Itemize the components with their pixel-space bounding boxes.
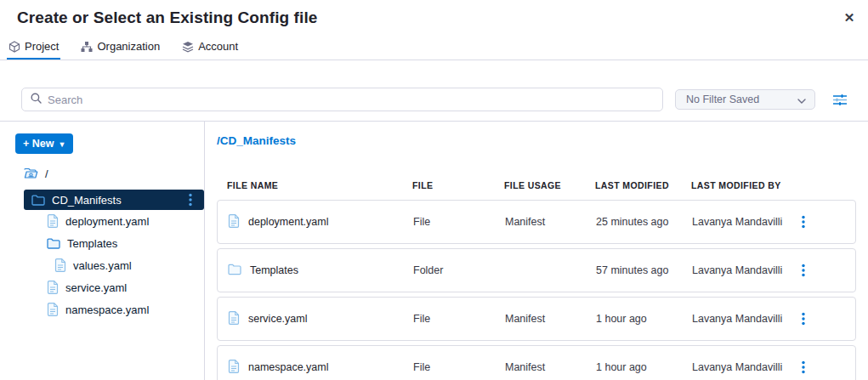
- tab-account[interactable]: Account: [180, 37, 240, 60]
- last-modified-by: Lavanya Mandavilli: [692, 216, 794, 228]
- search-icon: [31, 92, 42, 107]
- breadcrumb[interactable]: /CD_Manifests: [217, 134, 296, 148]
- file-type: File: [413, 361, 505, 373]
- file-name: service.yaml: [248, 313, 307, 325]
- file-name: deployment.yaml: [248, 216, 329, 228]
- tree-item-label: values.yaml: [73, 259, 132, 272]
- search-input[interactable]: [48, 94, 654, 106]
- dialog-title: Create or Select an Existing Config file: [17, 9, 851, 27]
- kebab-menu-icon[interactable]: [794, 356, 813, 378]
- tree-item-templates[interactable]: Templates: [0, 232, 204, 254]
- file-table-panel: /CD_Manifests FILE NAMEFILEFILE USAGELAS…: [205, 122, 868, 380]
- file-type: Folder: [413, 264, 505, 276]
- last-modified-by: Lavanya Mandavilli: [692, 313, 794, 325]
- table-row[interactable]: TemplatesFolder57 minutes agoLavanya Man…: [217, 248, 856, 292]
- saved-filter-value: No Filter Saved: [686, 94, 759, 105]
- config-file-dialog: Create or Select an Existing Config file…: [0, 0, 868, 380]
- last-modified: 57 minutes ago: [596, 264, 692, 276]
- file-icon: [54, 258, 66, 272]
- tree-item-deployment-yaml[interactable]: deployment.yaml: [0, 210, 204, 232]
- tree-item-label: /: [45, 167, 48, 180]
- file-type: File: [413, 216, 505, 228]
- tab-label: Project: [25, 40, 59, 53]
- tree-item-label: Templates: [67, 237, 117, 250]
- folder-icon: [47, 238, 60, 249]
- file-usage: Manifest: [505, 216, 596, 228]
- chevron-down-icon: ▼: [58, 140, 65, 149]
- column-header: LAST MODIFIED BY: [691, 180, 793, 190]
- last-modified-by: Lavanya Mandavilli: [692, 361, 794, 373]
- tree-item-cd-manifests[interactable]: CD_Manifests: [24, 190, 204, 210]
- toolbar-wrap: No Filter Saved: [0, 60, 868, 122]
- dialog-content: + New ▼ /CD_Manifestsdeployment.yamlTemp…: [0, 122, 868, 380]
- last-modified: 1 hour ago: [596, 313, 692, 325]
- file-tree: /CD_Manifestsdeployment.yamlTemplatesval…: [0, 162, 204, 320]
- open-folder-icon: [24, 167, 38, 179]
- tree-item-values-yaml[interactable]: values.yaml: [0, 254, 204, 276]
- kebab-menu-icon[interactable]: [794, 259, 813, 281]
- file-icon: [228, 311, 240, 327]
- file-icon: [228, 214, 240, 230]
- file-icon: [47, 281, 59, 294]
- kebab-menu-icon[interactable]: [794, 308, 813, 330]
- column-header: FILE: [412, 180, 504, 190]
- search-box[interactable]: [21, 88, 663, 111]
- table-row[interactable]: deployment.yamlFileManifest25 minutes ag…: [217, 200, 856, 244]
- chevron-down-icon: [797, 92, 806, 107]
- tree-item-namespace-yaml[interactable]: namespace.yaml: [0, 298, 204, 320]
- tab-label: Organization: [97, 40, 160, 53]
- folder-icon: [31, 195, 45, 206]
- file-icon: [47, 214, 59, 228]
- tab-bar: ProjectOrganizationAccount: [0, 37, 868, 60]
- last-modified: 1 hour ago: [596, 361, 692, 373]
- table-row[interactable]: service.yamlFileManifest1 hour agoLavany…: [217, 297, 856, 341]
- close-icon[interactable]: ✕: [841, 9, 858, 26]
- column-header: LAST MODIFIED: [595, 180, 691, 190]
- tab-organization[interactable]: Organization: [79, 37, 162, 60]
- new-button[interactable]: + New ▼: [15, 133, 73, 154]
- tree-item-label: namespace.yaml: [65, 303, 149, 316]
- tree-item-[interactable]: /: [0, 162, 204, 184]
- file-name: namespace.yaml: [248, 361, 329, 373]
- tree-item-label: service.yaml: [65, 281, 127, 294]
- sliders-filter-icon[interactable]: [829, 88, 851, 111]
- file-icon: [228, 360, 240, 376]
- file-tree-sidebar: + New ▼ /CD_Manifestsdeployment.yamlTemp…: [0, 122, 205, 380]
- tab-project[interactable]: Project: [7, 37, 60, 60]
- file-usage: Manifest: [505, 361, 596, 373]
- table-row[interactable]: namespace.yamlFileManifest1 hour agoLava…: [217, 345, 856, 380]
- column-header: FILE USAGE: [504, 180, 595, 190]
- table-rows: deployment.yamlFileManifest25 minutes ag…: [217, 200, 856, 380]
- folder-icon: [228, 264, 241, 278]
- last-modified: 25 minutes ago: [596, 216, 692, 228]
- file-usage: Manifest: [505, 313, 596, 325]
- hierarchy-icon: [81, 41, 93, 53]
- column-header: FILE NAME: [227, 180, 412, 190]
- last-modified-by: Lavanya Mandavilli: [692, 264, 794, 276]
- new-button-label: + New: [23, 138, 54, 150]
- cube-icon: [9, 41, 20, 53]
- tree-item-label: CD_Manifests: [52, 194, 122, 207]
- tree-item-service-yaml[interactable]: service.yaml: [0, 276, 204, 298]
- tab-label: Account: [198, 40, 238, 53]
- tree-item-label: deployment.yaml: [65, 215, 149, 228]
- file-type: File: [413, 313, 505, 325]
- kebab-menu-icon[interactable]: [794, 211, 813, 233]
- table-header-row: FILE NAMEFILEFILE USAGELAST MODIFIEDLAST…: [217, 179, 856, 191]
- layers-icon: [182, 41, 194, 53]
- saved-filter-select[interactable]: No Filter Saved: [675, 89, 815, 110]
- file-icon: [47, 303, 59, 316]
- toolbar: No Filter Saved: [0, 88, 868, 111]
- file-name: Templates: [250, 264, 298, 276]
- dialog-header: Create or Select an Existing Config file…: [0, 0, 868, 37]
- kebab-menu-icon[interactable]: [189, 193, 192, 207]
